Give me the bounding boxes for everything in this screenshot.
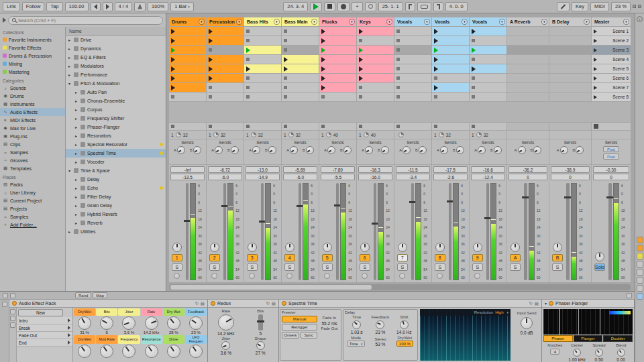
hot-swap-icon[interactable]: ↻ (529, 301, 532, 306)
browser-tree-item[interactable]: ▸ Delay (66, 175, 166, 184)
clip-slot[interactable] (357, 64, 394, 73)
time-signature-field[interactable]: 4 / 4 (115, 2, 133, 11)
device-view-toggle[interactable] (3, 293, 8, 298)
mode-select[interactable]: Time▾ (347, 341, 366, 347)
track-activator[interactable]: 4 (284, 254, 295, 261)
macro-map-button[interactable]: Map (93, 292, 107, 298)
solo-button[interactable]: S (284, 263, 295, 271)
clip-slot[interactable]: Scene 2 (592, 36, 631, 45)
browser-tree-item[interactable]: ▸ Chorus-Ensemble (66, 97, 166, 105)
browser-fold-icon[interactable] (3, 17, 6, 23)
send-a-knob[interactable] (365, 146, 373, 154)
clip-slot[interactable] (207, 74, 244, 82)
clip-slot[interactable] (357, 36, 394, 45)
arm-button[interactable] (286, 273, 292, 279)
browser-tree-item[interactable]: ▸ EQ & Filters (66, 53, 166, 62)
clip-stop-slot[interactable] (507, 123, 549, 131)
clip-slot[interactable] (394, 74, 431, 82)
clip-slot[interactable] (432, 74, 469, 82)
input-send-value[interactable]: 0.0 dB (521, 330, 533, 335)
chevron-icon[interactable]: ▸ (68, 55, 74, 60)
loop-toggle[interactable] (417, 2, 431, 11)
param-value[interactable]: 1.00 kHz (568, 357, 586, 362)
collection-item[interactable]: Mastering (0, 68, 65, 76)
send-b-knob[interactable] (268, 146, 276, 154)
volume-fader[interactable] (411, 183, 415, 280)
browser-tree-item[interactable]: ▸ Phaser-Flanger (66, 123, 166, 131)
record-button[interactable] (337, 2, 350, 11)
clip-slot[interactable] (507, 74, 549, 82)
clip-stop-slot[interactable] (169, 123, 206, 131)
arm-button[interactable] (211, 273, 217, 279)
chevron-icon[interactable]: ▸ (75, 99, 80, 103)
tempo-field[interactable]: 100.00 (65, 2, 89, 11)
play-button[interactable] (310, 2, 322, 11)
macro-knob[interactable] (78, 316, 91, 330)
volume-value-display[interactable]: 0 (593, 174, 629, 180)
volume-value-display[interactable]: -12.4 (471, 174, 505, 180)
clip-slot[interactable] (319, 83, 356, 92)
clip-slot[interactable] (282, 27, 319, 36)
volume-value-display[interactable]: -2.6 (433, 174, 468, 180)
clip-slot[interactable] (244, 46, 281, 54)
mode-tab[interactable]: Flanger (574, 335, 603, 342)
track-activator[interactable]: 8 (435, 254, 445, 261)
tap-tempo-button[interactable]: Tap (46, 2, 62, 11)
clip-stop-slot[interactable] (592, 123, 631, 131)
solo-button[interactable]: S (510, 263, 521, 271)
clip-slot[interactable] (319, 36, 356, 45)
clip-stop-slot[interactable] (357, 123, 394, 131)
clip-slot[interactable] (207, 83, 244, 92)
clip-slot[interactable] (394, 64, 431, 73)
jitter-value[interactable]: 3.6 % (220, 351, 231, 355)
pan-knob[interactable] (172, 243, 182, 252)
info-icon[interactable]: i (637, 16, 643, 22)
search-input[interactable] (18, 18, 159, 23)
param-knob[interactable] (617, 349, 625, 357)
collection-item[interactable]: Mixing (0, 60, 65, 68)
track-header[interactable]: Vocals ▾ (432, 17, 469, 26)
macro-knob[interactable] (167, 345, 180, 358)
pan-knob[interactable] (248, 243, 257, 252)
track-header[interactable]: A Reverb ▾ (507, 17, 549, 26)
solo-button[interactable]: S (172, 263, 182, 271)
send-a-knob[interactable] (327, 146, 335, 154)
clip-slot[interactable] (549, 46, 591, 54)
chevron-icon[interactable]: ▸ (75, 160, 80, 164)
arm-button[interactable] (362, 273, 368, 279)
clip-slot[interactable] (169, 55, 206, 64)
track-header[interactable]: Vocals ▾ (470, 17, 506, 26)
track-fold-icon[interactable]: ▾ (236, 19, 242, 25)
clip-slot[interactable] (169, 46, 206, 54)
track-header[interactable]: Plucks ▾ (319, 17, 356, 26)
chevron-icon[interactable]: ▸ (75, 186, 80, 190)
feedback-knob[interactable] (376, 320, 384, 329)
track-activator[interactable]: 9 (472, 254, 483, 261)
chevron-icon[interactable]: ▸ (75, 212, 80, 217)
clip-slot[interactable] (282, 46, 319, 54)
onsets-select[interactable]: Onsets (282, 332, 299, 339)
clip-slot[interactable] (357, 46, 394, 54)
chevron-icon[interactable]: ▸ (68, 46, 74, 51)
pan-knob[interactable] (511, 243, 520, 252)
clip-slot[interactable] (169, 27, 206, 36)
track-header[interactable]: Vocals ▾ (394, 17, 431, 26)
new-chain-drop-area[interactable]: New (18, 309, 63, 316)
time-value[interactable]: 1.03 s (351, 330, 363, 335)
pan-knob[interactable] (553, 243, 562, 252)
send-b-knob[interactable] (381, 146, 389, 154)
arm-button[interactable] (437, 273, 443, 279)
clip-slot[interactable] (432, 46, 469, 54)
send-a-post-toggle[interactable]: Post (603, 146, 619, 152)
track-activator[interactable]: 3 (247, 254, 258, 261)
track-activator[interactable]: 5 (322, 254, 333, 261)
macro-knob[interactable] (78, 345, 91, 358)
hot-swap-icon[interactable]: ↻ (266, 301, 269, 306)
pan-knob[interactable] (285, 243, 294, 252)
clip-slot[interactable] (207, 46, 244, 54)
clip-slot[interactable] (244, 27, 281, 36)
browser-tree-item[interactable]: ▸ Frequency Shifter (66, 114, 166, 123)
sync-toggle[interactable]: Sync (301, 332, 318, 339)
arm-button[interactable] (249, 273, 255, 279)
bits-value[interactable]: 5 (259, 331, 262, 336)
